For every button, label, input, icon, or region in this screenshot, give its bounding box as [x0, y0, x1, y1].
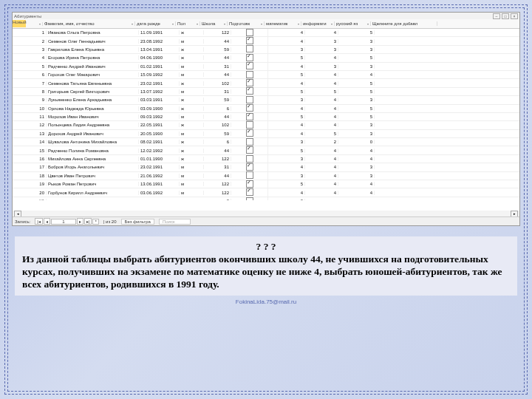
checkbox-icon[interactable] — [246, 96, 253, 103]
checkbox-icon[interactable] — [246, 104, 253, 112]
checkbox-icon[interactable] — [246, 146, 253, 154]
table-row[interactable]: 15Радченко Полина Романовна12.02.1992ж44… — [13, 146, 519, 154]
table-row[interactable]: 1Иванова Ольга Петровна11.09.1991ж122445 — [13, 29, 519, 37]
checkbox-icon[interactable] — [246, 180, 253, 188]
table-row[interactable]: 9Лукьяненко Елена Аркадьевна03.03.1991ж5… — [13, 96, 519, 104]
nav-next-icon[interactable]: ▸ — [77, 218, 83, 225]
table-row[interactable]: 8Григорьев Сергей Викторович13.07.1992м3… — [13, 88, 519, 96]
checkbox-icon[interactable] — [246, 155, 253, 163]
col-mat[interactable]: математик▾ — [265, 21, 301, 26]
table-row[interactable]: 12Полынцева Лидия Андреевна22.05.1991ж10… — [13, 121, 519, 129]
col-sex[interactable]: Пол▾ — [176, 21, 200, 26]
table-row[interactable]: 20Горбунов Кирилл Андреевич03.06.1992м12… — [13, 188, 519, 197]
table-row[interactable]: 17Бобров Игорь Анатольевич23.02.1991м314… — [13, 163, 519, 171]
checkbox-icon[interactable] — [246, 188, 253, 196]
checkbox-icon[interactable] — [246, 87, 253, 95]
filter-label[interactable]: Без фильтра — [121, 219, 154, 225]
col-prep[interactable]: Подготовк▾ — [228, 21, 265, 26]
table-row[interactable]: 11Морозов Иван Иванович09.03.1992м44545 — [13, 113, 519, 121]
new-row-button[interactable]: Новый — [13, 20, 26, 27]
col-school[interactable]: Школа▾ — [200, 21, 228, 26]
checkbox-icon[interactable] — [246, 45, 253, 52]
record-of: | из 20 — [103, 219, 117, 224]
nav-last-icon[interactable]: ▸| — [84, 218, 92, 225]
checkbox-icon[interactable] — [246, 171, 253, 179]
maximize-icon[interactable]: □ — [502, 13, 509, 19]
table-row[interactable]: 6Горохов Олег Макарович15.09.1992м44544 — [13, 71, 519, 79]
col-date[interactable]: дата рожде▾ — [135, 21, 176, 26]
h-scrollbar[interactable]: ◂ ▸ — [13, 211, 519, 217]
window-titlebar: Абитуриенты – □ × — [13, 13, 519, 19]
checkbox-icon[interactable] — [246, 71, 253, 78]
col-add[interactable]: Щелкните для добавл — [371, 21, 437, 26]
table-row[interactable]: 14Шувалова Антонина Михайловна08.02.1991… — [13, 138, 519, 146]
minimize-icon[interactable]: – — [493, 13, 500, 19]
table-row[interactable]: 3Гаврилова Елена Юрьевна13.04.1991ж59333 — [13, 46, 519, 54]
question-text: Из данной таблицы выбрать абитуриентов о… — [22, 253, 502, 290]
footer-email: FokinaLida.75@mail.ru — [10, 299, 522, 305]
table-row[interactable]: 7Семенова Татьяна Евгеньевна23.02.1991ж1… — [13, 79, 519, 87]
window-controls: – □ × — [493, 13, 518, 19]
scroll-left-icon[interactable]: ◂ — [14, 211, 21, 217]
col-inf[interactable]: информати▾ — [301, 21, 335, 26]
table-row[interactable]: 13Дорохов Андрей Иванович20.05.1990м5945… — [13, 130, 519, 138]
checkbox-icon[interactable] — [246, 54, 253, 61]
checkbox-icon[interactable] — [246, 79, 253, 86]
table-row[interactable]: 5Радченко Андрей Иванович01.02.1991м3143… — [13, 63, 519, 71]
col-num[interactable]: ▾ — [26, 22, 43, 26]
table-row[interactable]: 2Семенов Олег Геннадьевич23.08.1992м4443… — [13, 37, 519, 45]
checkbox-icon[interactable] — [246, 29, 253, 36]
col-fio[interactable]: Фамилия, имя, отчество▾ — [43, 21, 135, 26]
nav-first-icon[interactable]: |◂ — [35, 218, 43, 225]
checkbox-icon — [246, 197, 253, 200]
table-row[interactable]: 4Егорова Ирина Петровна04.06.1990ж44545 — [13, 54, 519, 62]
close-icon[interactable]: × — [511, 13, 518, 19]
checkbox-icon[interactable] — [246, 163, 253, 171]
table-row[interactable]: 10Орлова Надежда Юрьевна03.09.1990ж6445 — [13, 105, 519, 113]
checkbox-icon[interactable] — [246, 138, 253, 146]
table-row[interactable]: 19Рыков Роман Петрович13.06.1991м122544 — [13, 180, 519, 188]
table-row[interactable]: 18Цветов Иван Петрович21.06.1992м44343 — [13, 172, 519, 180]
question-box: ? ? ? Из данной таблицы выбрать абитурие… — [15, 236, 517, 296]
checkbox-icon[interactable] — [246, 37, 253, 44]
nav-new-icon[interactable]: * — [92, 219, 98, 225]
checkbox-icon[interactable] — [246, 121, 253, 129]
checkbox-icon[interactable] — [246, 129, 253, 137]
checkbox-icon[interactable] — [246, 62, 253, 69]
nav-prev-icon[interactable]: ◂ — [44, 218, 50, 225]
col-rus[interactable]: русский яз▾ — [335, 21, 371, 26]
question-mark: ? ? ? — [22, 241, 510, 253]
scroll-right-icon[interactable]: ▸ — [511, 211, 518, 217]
table-header: Новый ▾ Фамилия, имя, отчество▾ дата рож… — [13, 19, 519, 29]
table-row[interactable]: 16Михайлова Анна Сергеевна01.01.1990ж122… — [13, 155, 519, 163]
record-nav: |◂ ◂ 1 ▸ ▸| * — [35, 218, 98, 225]
record-label: Запись: — [15, 219, 30, 224]
status-bar: Запись: |◂ ◂ 1 ▸ ▸| * | из 20 Без фильтр… — [13, 216, 519, 225]
summary-row: (#)00 — [13, 197, 519, 200]
spreadsheet-window: Абитуриенты – □ × Новый ▾ Фамилия, имя, … — [12, 12, 520, 226]
record-position[interactable]: 1 — [51, 219, 76, 225]
search-label[interactable]: Поиск — [159, 219, 191, 225]
window-title: Абитуриенты — [14, 14, 41, 18]
table-body: 1Иванова Ольга Петровна11.09.1991ж122445… — [13, 29, 519, 200]
checkbox-icon[interactable] — [246, 113, 253, 120]
